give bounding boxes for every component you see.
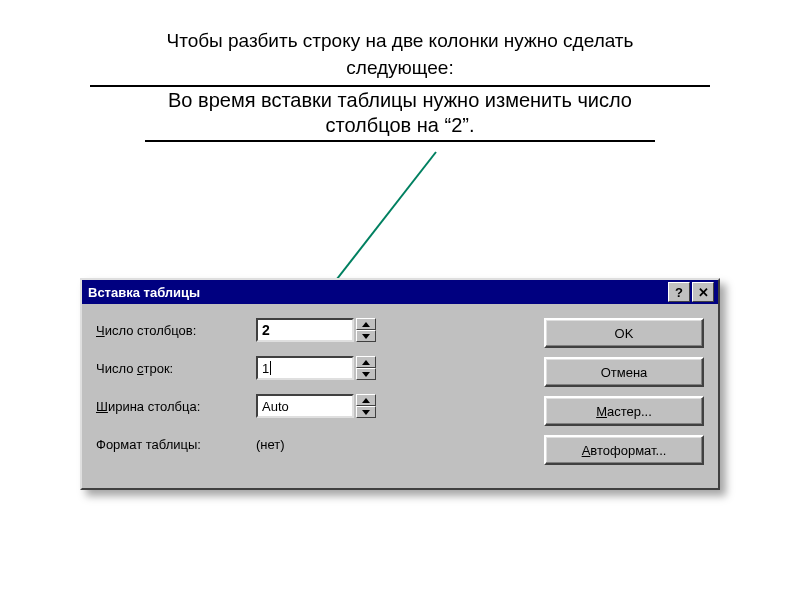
chevron-up-icon — [362, 360, 370, 365]
autoformat-button[interactable]: Автоформат... — [544, 435, 704, 465]
subheading-line-2: столбцов на “2”. — [0, 114, 800, 137]
chevron-down-icon — [362, 410, 370, 415]
field-rows: Число строк: 1 — [96, 356, 526, 380]
rows-input[interactable]: 1 — [256, 356, 354, 380]
chevron-down-icon — [362, 334, 370, 339]
insert-table-dialog: Вставка таблицы ? ✕ Число столбцов: 2 Чи… — [80, 278, 720, 490]
width-input[interactable]: Auto — [256, 394, 354, 418]
columns-spin-down[interactable] — [356, 330, 376, 342]
columns-spinner[interactable]: 2 — [256, 318, 376, 342]
dialog-title: Вставка таблицы — [88, 285, 666, 300]
rows-label: Число строк: — [96, 361, 256, 376]
ok-button[interactable]: OK — [544, 318, 704, 348]
page-heading: Чтобы разбить строку на две колонки нужн… — [0, 0, 800, 142]
divider-top — [90, 85, 710, 87]
columns-spin-up[interactable] — [356, 318, 376, 330]
cancel-button[interactable]: Отмена — [544, 357, 704, 387]
divider-bottom — [145, 140, 655, 142]
rows-spinner[interactable]: 1 — [256, 356, 376, 380]
text-caret — [270, 361, 271, 375]
button-column: OK Отмена Мастер... Автоформат... — [544, 318, 704, 470]
width-spinner[interactable]: Auto — [256, 394, 376, 418]
width-spin-down[interactable] — [356, 406, 376, 418]
format-value: (нет) — [256, 437, 285, 452]
heading-line-2: следующее: — [0, 55, 800, 82]
heading-line-1: Чтобы разбить строку на две колонки нужн… — [0, 28, 800, 55]
dialog-titlebar[interactable]: Вставка таблицы ? ✕ — [82, 280, 718, 304]
rows-spin-up[interactable] — [356, 356, 376, 368]
rows-spin-down[interactable] — [356, 368, 376, 380]
chevron-up-icon — [362, 322, 370, 327]
wizard-button[interactable]: Мастер... — [544, 396, 704, 426]
columns-input[interactable]: 2 — [256, 318, 354, 342]
width-spin-buttons — [356, 394, 376, 418]
chevron-up-icon — [362, 398, 370, 403]
close-button[interactable]: ✕ — [692, 282, 714, 302]
subheading-line-1: Во время вставки таблицы нужно изменить … — [0, 89, 800, 112]
chevron-down-icon — [362, 372, 370, 377]
width-label: Ширина столбца: — [96, 399, 256, 414]
columns-label: Число столбцов: — [96, 323, 256, 338]
rows-spin-buttons — [356, 356, 376, 380]
columns-spin-buttons — [356, 318, 376, 342]
dialog-body: Число столбцов: 2 Число строк: 1 — [82, 304, 718, 488]
help-button[interactable]: ? — [668, 282, 690, 302]
width-spin-up[interactable] — [356, 394, 376, 406]
format-label: Формат таблицы: — [96, 437, 256, 452]
fields-column: Число столбцов: 2 Число строк: 1 — [96, 318, 526, 470]
field-columns: Число столбцов: 2 — [96, 318, 526, 342]
field-width: Ширина столбца: Auto — [96, 394, 526, 418]
field-format: Формат таблицы: (нет) — [96, 432, 526, 456]
